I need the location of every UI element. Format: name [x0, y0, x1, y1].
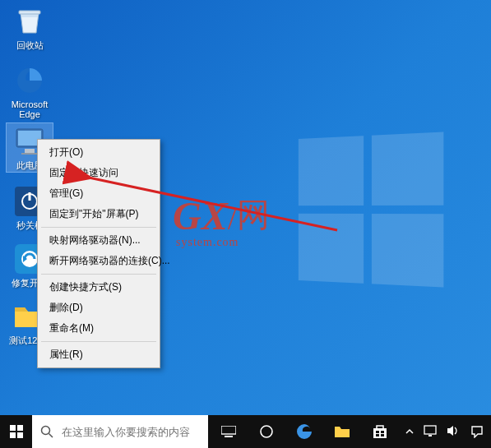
store-taskbar-button[interactable]	[361, 415, 399, 448]
search-icon	[40, 425, 53, 438]
svg-point-17	[261, 426, 272, 437]
desktop[interactable]: 回收站 Microsoft Edge 此电脑 秒关机 修复开机 测试123...…	[0, 0, 491, 415]
menu-item-open[interactable]: 打开(O)	[39, 142, 158, 163]
menu-item-delete[interactable]: 删除(D)	[39, 298, 158, 318]
action-center-button[interactable]	[470, 415, 484, 448]
menu-item-pin-start[interactable]: 固定到"开始"屏幕(P)	[39, 204, 158, 224]
browser-icon	[13, 64, 46, 97]
trash-icon	[13, 5, 46, 38]
menu-item-disconnect-drive[interactable]: 断开网络驱动器的连接(C)...	[39, 251, 158, 271]
tray-chevron-up-icon[interactable]	[405, 426, 414, 437]
menu-item-create-shortcut[interactable]: 创建快捷方式(S)	[39, 277, 158, 298]
context-menu: 打开(O) 固定到快速访问 管理(G) 固定到"开始"屏幕(P) 映射网络驱动器…	[37, 139, 160, 368]
menu-item-pin-quick[interactable]: 固定到快速访问	[39, 163, 158, 183]
svg-rect-4	[21, 153, 38, 155]
edge-taskbar-button[interactable]	[285, 415, 323, 448]
svg-rect-18	[373, 428, 387, 438]
svg-rect-24	[428, 435, 432, 436]
svg-rect-20	[381, 431, 384, 433]
menu-separator	[41, 227, 156, 228]
menu-separator	[41, 274, 156, 275]
folder-icon	[334, 424, 350, 439]
cortana-button[interactable]	[248, 415, 285, 448]
svg-rect-7	[29, 192, 31, 201]
task-view-icon	[221, 426, 236, 437]
menu-item-map-drive[interactable]: 映射网络驱动器(N)...	[39, 230, 158, 251]
recycle-bin-icon[interactable]: 回收站	[7, 5, 53, 50]
svg-rect-23	[424, 426, 436, 434]
system-tray	[399, 415, 491, 448]
task-view-button[interactable]	[210, 415, 248, 448]
taskbar-search[interactable]	[32, 415, 208, 448]
start-button[interactable]	[0, 415, 32, 448]
tray-volume-icon[interactable]	[447, 425, 460, 439]
taskbar-apps	[210, 415, 399, 448]
svg-rect-16	[225, 436, 233, 437]
notification-icon	[470, 425, 484, 438]
taskbar	[0, 415, 491, 448]
edge-icon[interactable]: Microsoft Edge	[7, 64, 53, 119]
svg-rect-22	[381, 434, 384, 436]
windows-icon	[10, 425, 23, 438]
search-input[interactable]	[62, 426, 200, 438]
svg-rect-0	[19, 11, 40, 14]
icon-label: Microsoft Edge	[7, 99, 53, 119]
cortana-icon	[259, 424, 274, 439]
svg-rect-15	[221, 426, 236, 434]
menu-item-properties[interactable]: 属性(R)	[39, 344, 158, 365]
svg-line-14	[49, 434, 53, 438]
svg-marker-25	[447, 426, 453, 436]
edge-icon	[295, 423, 313, 441]
explorer-taskbar-button[interactable]	[323, 415, 361, 448]
tray-network-icon[interactable]	[424, 425, 437, 439]
svg-rect-3	[25, 149, 35, 153]
svg-point-13	[42, 427, 50, 435]
menu-item-rename[interactable]: 重命名(M)	[39, 318, 158, 339]
menu-separator	[41, 341, 156, 342]
menu-item-manage[interactable]: 管理(G)	[39, 183, 158, 204]
svg-rect-19	[376, 431, 379, 433]
store-icon	[372, 423, 388, 440]
icon-label: 回收站	[7, 40, 53, 50]
svg-rect-21	[376, 434, 379, 436]
